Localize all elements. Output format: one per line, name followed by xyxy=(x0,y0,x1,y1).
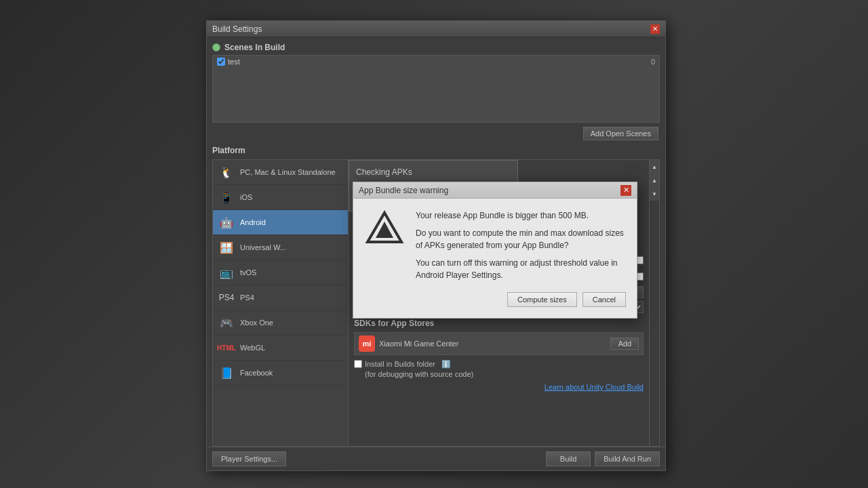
cloud-build-link[interactable]: Learn about Unity Cloud Build xyxy=(354,383,644,391)
platform-item-universal[interactable]: 🪟 Universal W... xyxy=(213,235,348,260)
platform-icon-ps4: PS4 xyxy=(218,289,235,306)
bottom-bar: Player Settings... Build Build And Run xyxy=(207,447,665,470)
sdk-logo-xiaomi: mi xyxy=(359,336,375,352)
alert-title: App Bundle size warning xyxy=(359,186,448,195)
alert-close-button[interactable]: ✕ xyxy=(620,185,631,196)
platform-label-tvos: tvOS xyxy=(240,268,256,277)
scenes-section: Scenes In Build test 0 Add Open Scenes xyxy=(207,37,665,143)
platform-label-ps4: PS4 xyxy=(240,293,254,302)
window-close-button[interactable]: ✕ xyxy=(650,24,660,34)
scroll-mid-button[interactable]: ▲ xyxy=(650,174,659,187)
scenes-title: Scenes In Build xyxy=(224,43,285,52)
alert-message2: Do you want to compute the min and max d… xyxy=(416,227,626,251)
platform-title: Platform xyxy=(212,146,660,155)
platform-list: 🐧 PC, Mac & Linux Standalone 📱 iOS 🤖 And… xyxy=(213,160,349,446)
platform-label-xbox: Xbox One xyxy=(240,319,273,327)
build-and-run-button[interactable]: Build And Run xyxy=(595,451,660,466)
platform-item-ps4[interactable]: PS4 PS4 xyxy=(213,285,348,310)
alert-titlebar: App Bundle size warning ✕ xyxy=(353,182,637,199)
platform-label-facebook: Facebook xyxy=(240,369,273,377)
install-checkbox[interactable] xyxy=(354,360,362,368)
window-titlebar: Build Settings ✕ xyxy=(207,21,665,37)
install-label-wrapper: Install in Builds folder ℹ️ (for debuggi… xyxy=(365,359,473,380)
add-open-scenes-button[interactable]: Add Open Scenes xyxy=(583,127,658,140)
sdks-title: SDKs for App Stores xyxy=(354,319,644,328)
sdk-add-button-xiaomi[interactable]: Add xyxy=(610,338,639,350)
scroll-down-button[interactable]: ▼ xyxy=(650,187,659,201)
install-label-line2: (for debugging with source code) xyxy=(365,369,473,380)
alert-footer: Compute sizes Cancel xyxy=(353,292,637,318)
scene-checkbox[interactable] xyxy=(217,58,225,66)
install-row: Install in Builds folder ℹ️ (for debuggi… xyxy=(354,359,644,380)
scenes-list[interactable]: test 0 xyxy=(212,55,660,123)
alert-body: Your release App Bundle is bigger than 5… xyxy=(353,199,637,292)
compute-sizes-button[interactable]: Compute sizes xyxy=(507,292,577,307)
platform-item-facebook[interactable]: 📘 Facebook xyxy=(213,361,348,386)
checking-title: Checking APKs xyxy=(356,167,511,177)
build-button[interactable]: Build xyxy=(546,451,591,466)
platform-label-pc: PC, Mac & Linux Standalone xyxy=(240,168,336,176)
platform-icon-ios: 📱 xyxy=(218,189,235,205)
platform-item-xbox[interactable]: 🎮 Xbox One xyxy=(213,310,348,336)
platform-icon-webgl: HTML xyxy=(218,340,235,356)
scene-number: 0 xyxy=(651,58,655,66)
platform-icon-universal: 🪟 xyxy=(218,239,235,256)
platform-icon-tvos: 📺 xyxy=(218,264,235,281)
window-title: Build Settings xyxy=(212,24,262,34)
bottom-right-buttons: Build Build And Run xyxy=(546,451,660,466)
platform-label-ios: iOS xyxy=(240,193,252,201)
platform-item-ios[interactable]: 📱 iOS xyxy=(213,185,348,210)
platform-icon-pc: 🐧 xyxy=(218,164,235,180)
platform-item-pc[interactable]: 🐧 PC, Mac & Linux Standalone xyxy=(213,160,348,185)
install-label-line1: Install in Builds folder ℹ️ xyxy=(365,359,473,369)
platform-label-universal: Universal W... xyxy=(240,243,286,251)
alert-message: Your release App Bundle is bigger than 5… xyxy=(416,209,626,281)
scene-name: test xyxy=(228,58,240,66)
alert-dialog: App Bundle size warning ✕ Your release A… xyxy=(353,182,637,319)
scenes-header: Scenes In Build xyxy=(212,43,660,52)
platform-label-webgl: WebGL xyxy=(240,344,265,352)
platform-item-android[interactable]: 🤖 Android xyxy=(213,210,348,235)
platform-icon-xbox: 🎮 xyxy=(218,314,235,331)
alert-message3: You can turn off this warning or adjust … xyxy=(416,257,626,281)
alert-message1: Your release App Bundle is bigger than 5… xyxy=(416,209,626,222)
platform-label-android: Android xyxy=(240,218,266,226)
platform-item-tvos[interactable]: 📺 tvOS xyxy=(213,260,348,285)
scene-item: test 0 xyxy=(213,56,659,68)
sdk-name-xiaomi: Xiaomi Mi Game Center xyxy=(379,340,606,348)
scene-indicator xyxy=(212,43,220,52)
sdk-item-xiaomi: mi Xiaomi Mi Game Center Add xyxy=(354,332,644,355)
cancel-button[interactable]: Cancel xyxy=(583,292,626,307)
scroll-buttons: ▲ ▲ ▼ xyxy=(649,160,659,446)
unity-logo-icon xyxy=(364,209,405,250)
platform-icon-facebook: 📘 xyxy=(218,365,235,381)
player-settings-button[interactable]: Player Settings... xyxy=(212,451,286,466)
platform-icon-android: 🤖 xyxy=(218,214,235,230)
scroll-up-button[interactable]: ▲ xyxy=(650,160,659,174)
platform-item-webgl[interactable]: HTML WebGL xyxy=(213,336,348,361)
